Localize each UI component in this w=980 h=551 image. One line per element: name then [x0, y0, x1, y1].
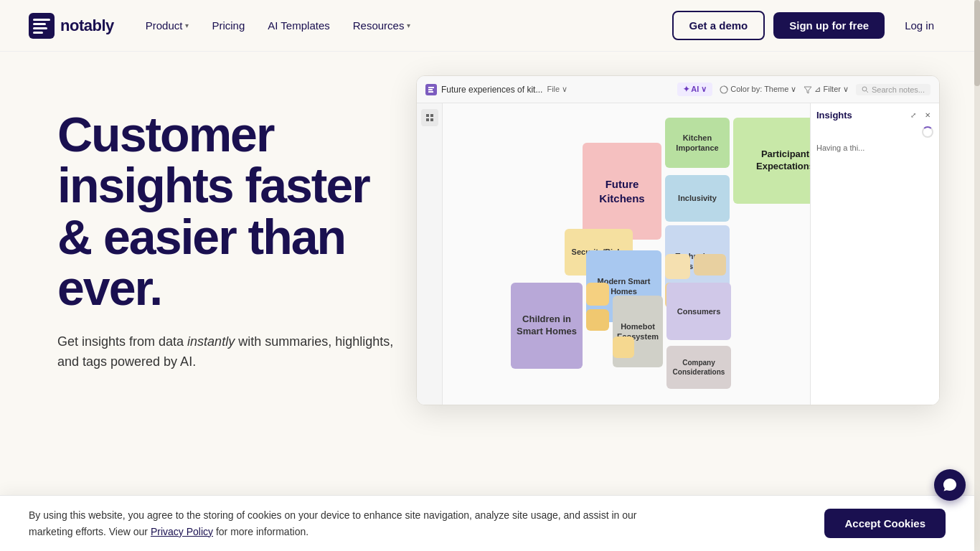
chat-icon: [942, 477, 958, 493]
hero-subtext: Get insights from data instantly with su…: [57, 331, 402, 373]
insights-close-icon[interactable]: ✕: [922, 109, 933, 121]
hero-headline: Customer insights faster & easier than e…: [57, 109, 402, 314]
insights-title: Insights: [816, 110, 852, 121]
app-sidebar: [417, 103, 443, 405]
toolbar-file-dropdown[interactable]: File ∨: [547, 85, 567, 94]
toolbar-ai-button[interactable]: ✦ AI ∨: [677, 83, 713, 96]
insights-expand-icon[interactable]: ⤢: [908, 109, 919, 121]
accept-cookies-button[interactable]: Accept Cookies: [824, 509, 946, 538]
app-body: Kitchen Importance Participant Expectati…: [417, 103, 939, 405]
app-screenshot: Future experiences of kit... File ∨ ✦ AI…: [416, 75, 940, 405]
app-canvas: Kitchen Importance Participant Expectati…: [443, 103, 939, 405]
insights-controls: ⤢ ✕: [908, 109, 933, 121]
app-toolbar: Future experiences of kit... File ∨ ✦ AI…: [417, 76, 939, 103]
svg-rect-15: [430, 118, 433, 121]
scrollbar-thumb[interactable]: [974, 0, 980, 86]
insights-panel: Insights ⤢ ✕ Having a thi...: [810, 103, 939, 405]
toolbar-search[interactable]: Search notes...: [856, 84, 930, 95]
toolbar-app-icon: [425, 84, 437, 95]
toolbar-filter[interactable]: ⊿ Filter ∨: [804, 85, 849, 94]
nav-product[interactable]: Product ▾: [137, 14, 198, 37]
tile-small6: [613, 336, 634, 358]
nav-actions: Get a demo Sign up for free Log in: [672, 11, 946, 40]
nav-pricing[interactable]: Pricing: [203, 14, 253, 37]
tile-future-kitchens[interactable]: Future Kitchens: [583, 143, 661, 240]
tile-small5: [586, 309, 609, 331]
tile-kitchen-importance[interactable]: Kitchen Importance: [665, 118, 730, 168]
product-chevron-icon: ▾: [185, 22, 189, 29]
logo-icon: [29, 13, 55, 39]
signup-button[interactable]: Sign up for free: [773, 12, 885, 39]
tile-small4: [586, 283, 609, 306]
hero-text: Customer insights faster & easier than e…: [57, 95, 402, 401]
toolbar-colorby[interactable]: Color by: Theme ∨: [720, 85, 796, 94]
scrollbar[interactable]: [974, 0, 980, 551]
logo-text: notably: [60, 17, 114, 35]
svg-rect-13: [430, 114, 433, 117]
get-demo-button[interactable]: Get a demo: [672, 11, 765, 40]
insights-header: Insights ⤢ ✕: [816, 109, 933, 121]
toolbar-right: ✦ AI ∨ Color by: Theme ∨ ⊿ Filter ∨ Sear…: [677, 83, 930, 96]
chat-button[interactable]: [934, 469, 966, 501]
nav-links: Product ▾ Pricing AI Templates Resources…: [137, 14, 672, 37]
cookie-text: By using this website, you agree to the …: [29, 507, 674, 540]
navbar: notably Product ▾ Pricing AI Templates R…: [0, 0, 974, 52]
sidebar-grid-icon[interactable]: [421, 109, 438, 126]
login-button[interactable]: Log in: [893, 12, 946, 39]
svg-rect-14: [426, 118, 429, 121]
svg-rect-0: [29, 13, 55, 39]
svg-rect-12: [426, 114, 429, 117]
loading-spinner: [922, 126, 933, 138]
insights-typing-text: Having a thi...: [816, 142, 933, 154]
svg-rect-4: [33, 32, 43, 34]
toolbar-file-section: Future experiences of kit... File ∨: [425, 84, 567, 95]
svg-rect-7: [428, 89, 433, 90]
tile-children-smart-homes[interactable]: Children in Smart Homes: [511, 283, 583, 369]
cookie-banner: By using this website, you agree to the …: [0, 495, 974, 551]
tile-consumers[interactable]: Consumers: [666, 283, 731, 340]
svg-point-10: [862, 87, 867, 91]
svg-line-11: [867, 90, 869, 93]
tile-small1: [665, 254, 690, 279]
tile-company-considerations[interactable]: Company Considerations: [666, 346, 731, 389]
nav-resources[interactable]: Resources ▾: [344, 14, 420, 37]
tile-small3: [694, 254, 726, 276]
privacy-policy-link[interactable]: Privacy Policy: [151, 526, 213, 537]
logo[interactable]: notably: [29, 13, 114, 39]
svg-rect-6: [428, 87, 434, 88]
nav-ai-templates[interactable]: AI Templates: [259, 14, 338, 37]
resources-chevron-icon: ▾: [407, 22, 410, 29]
svg-rect-2: [33, 23, 46, 25]
svg-rect-1: [33, 19, 50, 21]
insights-loading: [816, 126, 933, 138]
svg-rect-8: [428, 91, 433, 93]
svg-rect-3: [33, 27, 47, 29]
tile-inclusivity[interactable]: Inclusivity: [665, 175, 730, 222]
toolbar-filename: Future experiences of kit...: [441, 85, 542, 95]
